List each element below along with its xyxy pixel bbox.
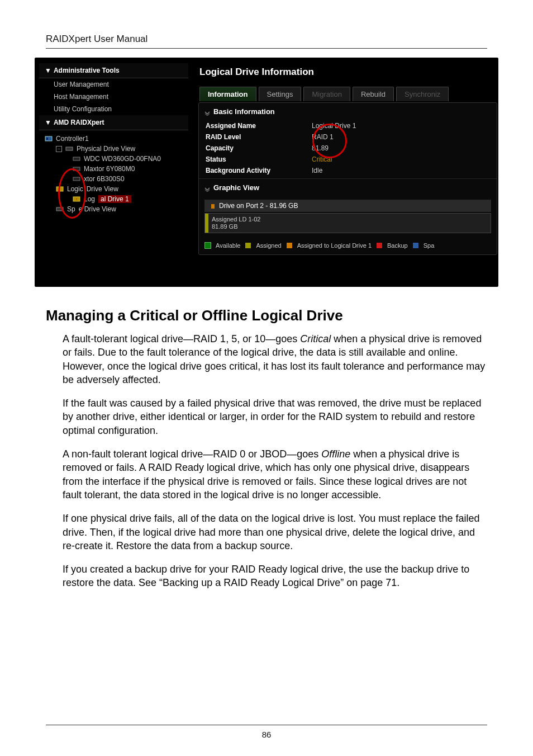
content-pane: Logical Drive Information Information Se… [188,58,498,287]
svg-text:!: ! [76,197,77,202]
triangle-down-icon: ▼ [45,67,51,74]
nav-item-utility-config[interactable]: Utility Configuration [39,103,188,115]
info-value: Idle [312,167,322,174]
segment-size: 81.89 GB [212,223,487,230]
info-key: Status [206,155,312,163]
info-value-critical: Critical [312,155,332,163]
body-paragraph: A fault-tolerant logical drive—RAID 1, 5… [63,332,487,386]
info-key: Background Activity [206,167,312,174]
tree-logical-drive-1[interactable]: ! Logal Drive 1 [41,194,188,204]
page-footer: 86 [0,725,533,739]
basic-info-header[interactable]: Basic Information [199,103,497,120]
tree-physical-drive[interactable]: WDC WD360GD-00FNA0 [41,154,188,164]
legend: Available Assigned Assigned to Logical D… [199,239,497,254]
info-row-status: StatusCritical [199,154,497,165]
spare-drive-icon [56,205,64,213]
nav-section-label: AMD RAIDXpert [54,119,104,126]
tab-migration: Migration [303,87,350,101]
svg-rect-9 [56,207,63,211]
plug-icon [210,203,216,209]
drive-icon [65,145,73,153]
tree-physical-drive-view[interactable]: − Physical Drive View [41,144,188,154]
text-run: A non-fault tolerant logical drive—RAID … [63,448,321,460]
swatch-backup-icon [376,242,383,249]
graphic-view-header[interactable]: Graphic View [199,178,497,196]
legend-label: Assigned [256,242,281,249]
info-row-assigned-name: Assigned NameLogical Drive 1 [199,120,497,131]
tree-label-selected: al Drive 1 [98,195,131,203]
text-run: A fault-tolerant logical drive—RAID 1, 5… [63,333,300,344]
logical-drive-icon [56,185,64,193]
warning-drive-icon: ! [73,195,80,203]
panel-title: Logical Drive Information [199,67,498,78]
triangle-down-icon: ▼ [45,119,51,126]
nav-tree: Controller1 − Physical Drive View WDC WD… [39,130,188,214]
tree-label: Physical Drive View [77,145,135,153]
tree-label-part: Drive View [87,185,118,193]
svg-rect-0 [45,136,52,141]
svg-rect-4 [73,167,80,171]
svg-rect-6 [56,187,63,191]
section-heading: Managing a Critical or Offline Logical D… [46,307,487,324]
tree-label: WDC WD360GD-00FNA0 [84,155,161,163]
info-value: 81.89 [312,144,329,152]
hdd-icon [73,175,80,183]
page-header: RAIDXpert User Manual [46,34,487,45]
info-key: Assigned Name [206,122,312,130]
controller-icon [45,135,53,143]
nav-item-user-management[interactable]: User Management [39,78,188,91]
drive-port-text: Drive on Port 2 - 81.96 GB [219,202,298,210]
collapse-icon[interactable]: − [56,146,62,152]
swatch-assigned-ld1-icon [286,242,293,249]
nav-section-label: Administrative Tools [54,67,120,74]
info-row-raid-level: RAID LevelRAID 1 [199,131,497,143]
tree-label-part: Logic [67,185,83,193]
tree-label: xtor 6B300S0 [84,175,125,183]
tree-spare-drive-view[interactable]: Spe Drive View [41,204,188,214]
body-paragraph: If the fault was caused by a failed phys… [63,396,487,437]
svg-rect-5 [73,177,80,181]
tab-rebuild[interactable]: Rebuild [353,87,394,101]
hdd-icon [73,155,80,163]
body-paragraph: If one physical drive fails, all of the … [63,512,487,552]
legend-label: Spa [423,242,435,249]
info-row-capacity: Capacity81.89 [199,143,497,154]
tree-label-part: Log [84,195,95,203]
app-screenshot: ▼Administrative Tools User Management Ho… [35,58,498,287]
swatch-assigned-icon [245,242,251,249]
term-offline: Offline [321,448,350,460]
nav-section-raidxpert[interactable]: ▼AMD RAIDXpert [39,115,188,130]
tab-settings[interactable]: Settings [259,87,302,101]
nav-pane: ▼Administrative Tools User Management Ho… [35,58,188,287]
svg-rect-10 [211,204,215,209]
nav-section-admin[interactable]: ▼Administrative Tools [39,63,188,78]
tree-logical-drive-view[interactable]: LogicDrive View [41,184,188,194]
legend-label: Backup [387,242,408,249]
tab-information[interactable]: Information [199,87,256,101]
info-value: RAID 1 [312,133,334,141]
legend-label: Assigned to Logical Drive 1 [297,242,372,249]
swatch-spare-icon [412,242,419,249]
svg-rect-2 [66,147,73,150]
term-critical: Critical [300,333,331,344]
chevron-down-icon [204,109,210,115]
body-paragraph: A non-fault tolerant logical drive—RAID … [63,447,487,502]
tab-synchronize: Synchroniz [396,87,449,101]
footer-rule [46,725,487,725]
header-rule [46,48,487,49]
capacity-segment: Assigned LD 1-02 81.89 GB [205,214,491,233]
segment-label: Assigned LD 1-02 [212,216,487,223]
page-number: 86 [262,730,272,739]
tree-controller[interactable]: Controller1 [41,134,188,144]
tree-physical-drive[interactable]: xtor 6B300S0 [41,174,188,184]
info-value: Logical Drive 1 [312,122,356,130]
hdd-icon [73,165,80,173]
tree-label-part: Sp [67,205,75,213]
svg-rect-3 [73,157,80,160]
capacity-bar: Assigned LD 1-02 81.89 GB [204,213,491,233]
nav-item-host-management[interactable]: Host Management [39,91,188,103]
info-key: Capacity [206,144,312,152]
tab-bar: Information Settings Migration Rebuild S… [199,87,498,101]
info-row-background-activity: Background ActivityIdle [199,165,497,176]
tree-physical-drive[interactable]: Maxtor 6Y080M0 [41,164,188,174]
